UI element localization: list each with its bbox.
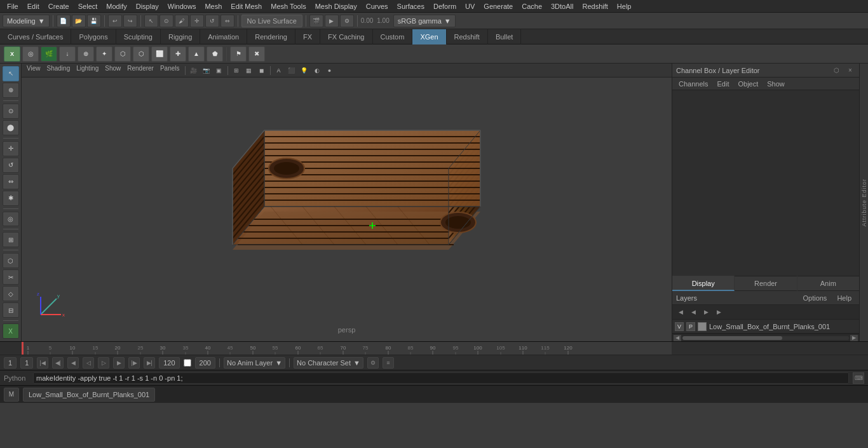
extrude-btn[interactable]: ⬡ xyxy=(3,253,19,268)
current-frame-left[interactable]: 1 xyxy=(4,357,17,369)
vp-shading-menu[interactable]: Shading xyxy=(44,65,73,76)
taskbar-maya-btn[interactable]: M xyxy=(4,388,19,402)
loop-checkbox[interactable] xyxy=(184,359,191,367)
color-space-dropdown[interactable]: sRGB gamma ▼ xyxy=(393,15,456,27)
cmd-settings-btn[interactable]: ⌨ xyxy=(853,372,864,384)
vp-panels-menu[interactable]: Panels xyxy=(158,65,182,76)
xgen-btn-5[interactable]: ⊕ xyxy=(78,46,94,62)
cb-tab-render[interactable]: Render xyxy=(735,276,797,291)
tab-polygons[interactable]: Polygons xyxy=(71,29,116,44)
layers-prev-btn[interactable]: ◀ xyxy=(675,306,686,318)
tab-custom[interactable]: Custom xyxy=(373,29,413,44)
new-file-btn[interactable]: 📄 xyxy=(57,15,71,27)
xgen-left-btn[interactable]: X xyxy=(3,323,19,339)
multi-select-btn[interactable]: ⊕ xyxy=(3,83,19,98)
xgen-btn-3[interactable]: 🌿 xyxy=(41,46,57,62)
vp-ao-btn[interactable]: ● xyxy=(324,65,336,76)
redo-btn[interactable]: ↪ xyxy=(123,15,137,27)
xgen-btn-13[interactable]: ⚑ xyxy=(230,46,247,62)
layer-color-swatch[interactable] xyxy=(698,322,707,331)
taskbar-window-item[interactable]: Low_Small_Box_of_Burnt_Planks_001 xyxy=(23,388,155,402)
xgen-btn-4[interactable]: ↓ xyxy=(59,46,76,62)
tab-fx-caching[interactable]: FX Caching xyxy=(320,29,372,44)
snap-to-btn[interactable]: ⊞ xyxy=(3,232,19,247)
next-key-btn[interactable]: |▶ xyxy=(128,357,140,369)
save-file-btn[interactable]: 💾 xyxy=(87,15,101,27)
channel-box-close-btn[interactable]: × xyxy=(845,65,855,76)
mode-dropdown[interactable]: Modeling ▼ xyxy=(3,15,50,27)
cb-object-menu[interactable]: Object xyxy=(734,78,762,90)
xgen-btn-10[interactable]: ✚ xyxy=(170,46,186,62)
menu-generate[interactable]: Generate xyxy=(479,0,517,13)
menu-select[interactable]: Select xyxy=(74,0,102,13)
scroll-right-btn[interactable]: ▶ xyxy=(850,335,858,341)
xgen-btn-2[interactable]: ◎ xyxy=(22,46,39,62)
paint-btn[interactable]: 🖌 xyxy=(175,15,189,27)
vp-shade-btn[interactable]: ◼ xyxy=(256,65,268,76)
menu-deform[interactable]: Deform xyxy=(429,0,461,13)
play-fwd-btn[interactable]: ▷ xyxy=(98,357,109,369)
xgen-btn-6[interactable]: ✦ xyxy=(96,46,112,62)
xgen-btn-11[interactable]: ▲ xyxy=(188,46,205,62)
tab-bullet[interactable]: Bullet xyxy=(488,29,522,44)
rotate-tool-btn[interactable]: ↺ xyxy=(3,158,19,173)
menu-mesh[interactable]: Mesh xyxy=(200,0,226,13)
tab-animation[interactable]: Animation xyxy=(200,29,247,44)
select-tool-btn[interactable]: ↖ xyxy=(3,66,19,81)
channel-box-float-btn[interactable]: ⬡ xyxy=(831,65,841,76)
undo-btn[interactable]: ↩ xyxy=(108,15,122,27)
current-frame-right2[interactable]: 1 xyxy=(20,357,33,369)
menu-windows[interactable]: Windows xyxy=(163,0,201,13)
menu-create[interactable]: Create xyxy=(44,0,74,13)
vp-shadow-btn[interactable]: ◐ xyxy=(311,65,323,76)
vp-grid-btn[interactable]: ⊞ xyxy=(231,65,242,76)
vp-tex-btn[interactable]: ⬛ xyxy=(286,65,297,76)
scroll-left-btn[interactable]: ◀ xyxy=(674,335,681,341)
character-set-dropdown[interactable]: No Character Set ▼ xyxy=(294,357,363,369)
live-surface-btn[interactable]: No Live Surface xyxy=(241,15,302,27)
render-btn[interactable]: 🎬 xyxy=(309,15,323,27)
menu-mesh-display[interactable]: Mesh Display xyxy=(311,0,362,13)
cb-edit-menu[interactable]: Edit xyxy=(713,78,733,90)
layers-prev2-btn[interactable]: ◀ xyxy=(688,306,699,318)
open-file-btn[interactable]: 📂 xyxy=(72,15,86,27)
tab-rendering[interactable]: Rendering xyxy=(247,29,295,44)
char-set-btn-1[interactable]: ⚙ xyxy=(367,357,379,369)
render-settings-btn[interactable]: ⚙ xyxy=(340,15,354,27)
layer-visibility-btn[interactable]: V xyxy=(675,322,684,331)
tab-sculpting[interactable]: Sculpting xyxy=(116,29,161,44)
cmd-input[interactable]: makeIdentity -apply true -t 1 -r 1 -s 1 … xyxy=(33,372,849,384)
lasso-tool-btn[interactable]: ⊙ xyxy=(3,104,19,119)
skip-to-start-btn[interactable]: |◀ xyxy=(37,357,48,369)
scroll-track[interactable] xyxy=(682,336,849,340)
timeline-ruler[interactable]: 1 5 10 15 20 25 30 35 40 45 50 55 60 xyxy=(22,342,672,355)
menu-surfaces[interactable]: Surfaces xyxy=(393,0,429,13)
cb-channels-menu[interactable]: Channels xyxy=(675,78,712,90)
select-btn[interactable]: ↖ xyxy=(144,15,158,27)
menu-edit[interactable]: Edit xyxy=(23,0,44,13)
vp-renderer-menu[interactable]: Renderer xyxy=(125,65,156,76)
range-end2[interactable]: 200 xyxy=(195,357,215,369)
vp-view-menu[interactable]: View xyxy=(24,65,43,76)
xgen-btn-9[interactable]: ⬜ xyxy=(151,46,168,62)
cb-show-menu[interactable]: Show xyxy=(763,78,789,90)
menu-cache[interactable]: Cache xyxy=(517,0,546,13)
vp-wire-btn[interactable]: ▦ xyxy=(243,65,255,76)
menu-display[interactable]: Display xyxy=(132,0,163,13)
layers-next-btn[interactable]: ▶ xyxy=(700,306,712,318)
layer-playback-btn[interactable]: P xyxy=(686,322,695,331)
move-btn[interactable]: ✛ xyxy=(190,15,204,27)
xgen-btn-7[interactable]: ⬡ xyxy=(114,46,131,62)
paint-select-btn[interactable]: ⬤ xyxy=(3,120,19,135)
move-tool-btn[interactable]: ✛ xyxy=(3,141,19,156)
vp-show-menu[interactable]: Show xyxy=(102,65,123,76)
loop-toggle[interactable] xyxy=(184,359,191,367)
xgen-btn-1[interactable]: X xyxy=(4,46,20,62)
menu-mesh-tools[interactable]: Mesh Tools xyxy=(266,0,310,13)
anim-layer-dropdown[interactable]: No Anim Layer ▼ xyxy=(224,357,285,369)
tab-curves-surfaces[interactable]: Curves / Surfaces xyxy=(0,29,71,44)
step-fwd-btn[interactable]: ▶ xyxy=(113,357,125,369)
play-back-btn[interactable]: ◁ xyxy=(83,357,94,369)
insert-loop-btn[interactable]: ⊟ xyxy=(3,302,19,318)
xgen-btn-14[interactable]: ✖ xyxy=(248,46,265,62)
